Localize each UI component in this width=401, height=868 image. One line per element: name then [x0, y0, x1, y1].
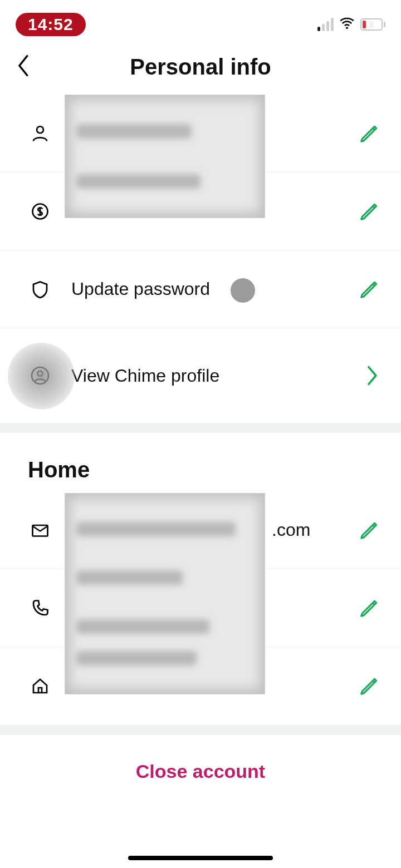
section-divider [0, 725, 401, 735]
row-profile-label: View Chime profile [71, 366, 359, 386]
home-section: Home .com [0, 433, 401, 725]
edit-address-button[interactable] [359, 675, 380, 697]
redacted-overlay [65, 95, 265, 218]
chevron-left-icon [16, 54, 32, 77]
profile-circle-icon [28, 366, 52, 386]
svg-point-4 [38, 371, 43, 376]
email-visible-suffix: .com [272, 520, 310, 540]
status-bar: 14:52 1 [0, 0, 401, 39]
section-divider [0, 423, 401, 433]
status-time: 14:52 [16, 13, 86, 36]
battery-icon: 1 [360, 18, 385, 31]
redacted-overlay [65, 493, 265, 694]
page-title: Personal info [16, 55, 385, 80]
cellular-signal-icon [317, 18, 334, 31]
svg-point-1 [37, 126, 43, 133]
home-icon [28, 676, 52, 696]
home-indicator[interactable] [128, 856, 273, 860]
edit-chimetag-button[interactable] [359, 201, 380, 222]
edit-password-button[interactable] [359, 279, 380, 300]
edit-name-button[interactable] [359, 123, 380, 144]
personal-section: Update password View Chime profile [0, 95, 401, 423]
battery-level: 1 [370, 21, 373, 28]
dollar-circle-icon [28, 201, 52, 221]
close-account-button[interactable]: Close account [0, 735, 401, 808]
edit-email-button[interactable] [359, 520, 380, 541]
pencil-icon [359, 598, 380, 619]
mail-icon [28, 520, 52, 540]
shield-icon [28, 279, 52, 299]
pencil-icon [359, 520, 380, 541]
chevron-right-icon [365, 364, 380, 387]
wifi-icon [339, 16, 355, 33]
section-title-home: Home [0, 433, 401, 491]
status-indicators: 1 [317, 16, 385, 33]
page-header: Personal info [0, 39, 401, 95]
pencil-icon [359, 675, 380, 697]
row-update-password[interactable]: Update password [0, 250, 401, 328]
pencil-icon [359, 279, 380, 300]
back-button[interactable] [16, 54, 32, 80]
pencil-icon [359, 201, 380, 222]
pencil-icon [359, 123, 380, 144]
profile-forward [365, 364, 380, 387]
row-view-profile[interactable]: View Chime profile [0, 328, 401, 423]
person-icon [28, 124, 52, 144]
row-password-label: Update password [71, 279, 352, 299]
edit-phone-button[interactable] [359, 598, 380, 619]
svg-point-0 [346, 27, 348, 29]
phone-icon [28, 598, 52, 618]
